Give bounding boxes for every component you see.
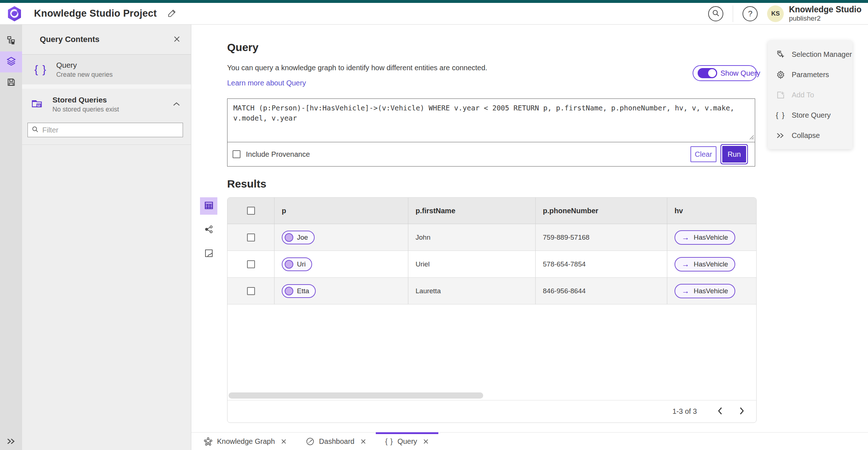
query-editor-box: MATCH (p:Person)-[hv:HasVehicle]->(v:Veh… <box>227 98 755 167</box>
entity-pill[interactable]: Uri <box>282 257 312 271</box>
result-view-rail <box>200 197 217 262</box>
include-provenance-checkbox[interactable] <box>233 150 241 158</box>
clear-button[interactable]: Clear <box>690 146 716 162</box>
rail-item-save[interactable] <box>0 72 22 93</box>
tab-knowledge-graph[interactable]: Knowledge Graph <box>194 433 296 450</box>
gear-icon <box>776 70 785 79</box>
table-row[interactable]: Uri Uriel 578-654-7854 → HasVehicle <box>227 251 756 278</box>
entity-node-icon <box>285 233 293 242</box>
query-textarea[interactable]: MATCH (p:Person)-[hv:HasVehicle]->(v:Veh… <box>227 99 755 142</box>
toggle-switch[interactable] <box>698 68 717 78</box>
select-all-checkbox[interactable] <box>247 207 255 215</box>
relationship-pill[interactable]: → HasVehicle <box>675 284 735 298</box>
relationship-label: HasVehicle <box>694 287 728 295</box>
table-row[interactable]: Etta Lauretta 846-956-8644 → HasVehicle <box>227 278 756 304</box>
include-provenance-label: Include Provenance <box>246 150 310 159</box>
pagination-info: 1-3 of 3 <box>672 407 697 416</box>
graph-view-button[interactable] <box>200 221 217 239</box>
avatar[interactable]: KS <box>767 5 784 22</box>
filter-input[interactable] <box>42 126 179 134</box>
app-header: Knowledge Studio Project ? KS Knowledge … <box>0 3 868 25</box>
top-accent-strip <box>0 0 868 3</box>
close-panel-button[interactable] <box>173 35 181 44</box>
tab-query[interactable]: { } Query <box>376 433 438 450</box>
pencil-icon <box>167 8 177 19</box>
next-page-button[interactable] <box>737 405 747 418</box>
entity-pill[interactable]: Etta <box>282 284 316 298</box>
left-icon-rail <box>0 25 22 450</box>
close-icon[interactable] <box>360 438 366 445</box>
help-button[interactable]: ? <box>743 6 758 21</box>
learn-more-link[interactable]: Learn more about Query <box>227 79 306 87</box>
column-header-firstname[interactable]: p.firstName <box>408 198 536 224</box>
double-chevron-right-icon <box>7 438 16 446</box>
cell-firstname: Uriel <box>408 251 536 277</box>
column-header-phonenumber[interactable]: p.phoneNumber <box>536 198 667 224</box>
collapse-stored-queries-button[interactable] <box>173 101 180 108</box>
panel-item-stored-queries[interactable]: Stored Queries No stored queries exist <box>22 89 191 120</box>
braces-icon: { } <box>385 437 393 446</box>
query-heading: Query <box>227 41 259 54</box>
previous-page-button[interactable] <box>715 405 725 418</box>
row-checkbox[interactable] <box>247 234 255 241</box>
selection-manager-item[interactable]: Selection Manager <box>768 44 852 64</box>
add-to-icon <box>776 91 785 100</box>
map-view-button[interactable] <box>200 245 217 262</box>
stored-queries-filter <box>27 123 183 137</box>
panel-item-query[interactable]: { } Query Create new queries <box>22 55 191 84</box>
expand-rail-button[interactable] <box>0 438 22 446</box>
table-row[interactable]: Joe John 759-889-57168 → HasVehicle <box>227 224 756 251</box>
query-contents-panel: Query Contents { } Query Create new quer… <box>22 25 191 450</box>
save-icon <box>7 77 16 88</box>
column-header-hv[interactable]: hv <box>667 198 756 224</box>
close-icon[interactable] <box>423 438 429 445</box>
query-footer: Include Provenance Clear Run <box>227 142 755 166</box>
table-view-button[interactable] <box>200 197 217 215</box>
panel-gap <box>22 84 191 89</box>
action-label: Collapse <box>792 131 820 140</box>
collapse-item[interactable]: Collapse <box>768 125 852 146</box>
panel-header: Query Contents <box>22 25 191 55</box>
stored-queries-folder-icon <box>31 98 43 110</box>
scrollbar-thumb[interactable] <box>229 392 483 399</box>
tab-label: Query <box>397 437 417 446</box>
parameters-item[interactable]: Parameters <box>768 64 852 85</box>
close-icon <box>173 35 181 44</box>
arrow-right-icon: → <box>682 287 689 295</box>
show-query-toggle[interactable]: Show Query <box>693 65 757 81</box>
entity-pill[interactable]: Joe <box>282 231 315 244</box>
action-label: Selection Manager <box>792 50 852 59</box>
panel-title: Query Contents <box>40 35 173 44</box>
chevron-right-icon <box>739 407 745 416</box>
rail-item-layers[interactable] <box>0 51 22 72</box>
relationship-pill[interactable]: → HasVehicle <box>675 230 735 245</box>
search-button[interactable] <box>708 6 723 21</box>
row-checkbox[interactable] <box>247 260 255 268</box>
rail-item-hierarchy[interactable] <box>0 30 22 51</box>
run-button[interactable]: Run <box>722 146 746 163</box>
chevron-up-icon <box>173 101 180 108</box>
cell-phonenumber: 846-956-8644 <box>536 278 667 304</box>
query-item-title: Query <box>56 61 112 70</box>
network-icon <box>204 225 213 235</box>
add-to-item: Add To <box>768 85 852 105</box>
row-checkbox[interactable] <box>247 287 255 295</box>
edit-project-title-button[interactable] <box>167 8 177 19</box>
close-icon[interactable] <box>281 438 287 445</box>
resize-handle-icon[interactable] <box>749 135 754 141</box>
relationship-pill[interactable]: → HasVehicle <box>675 257 735 272</box>
relationship-label: HasVehicle <box>694 260 728 268</box>
column-header-p[interactable]: p <box>275 198 408 224</box>
tab-dashboard[interactable]: Dashboard <box>296 433 376 450</box>
query-actions-panel: Selection Manager Parameters Add To { } … <box>768 41 852 149</box>
query-description: You can query a knowledge graph to ident… <box>227 64 487 72</box>
question-icon: ? <box>748 9 752 18</box>
results-table: p p.firstName p.phoneNumber hv Joe John … <box>227 197 757 423</box>
entity-node-icon <box>285 287 293 295</box>
action-label: Store Query <box>792 111 831 119</box>
map-icon <box>204 249 213 259</box>
layers-icon <box>6 56 16 68</box>
store-query-item[interactable]: { } Store Query <box>768 105 852 125</box>
table-icon <box>204 201 214 211</box>
relationship-label: HasVehicle <box>694 234 728 241</box>
